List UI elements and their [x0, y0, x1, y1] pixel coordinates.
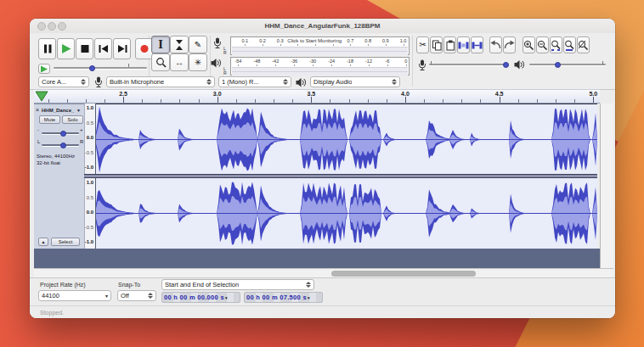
play-button[interactable] — [57, 38, 75, 59]
selection-end-field[interactable]: 00 h 00 m 07.500 s ▾ — [244, 292, 323, 303]
updown-chevrons-icon — [145, 293, 153, 299]
redo-button[interactable] — [503, 36, 516, 53]
cut-icon: ✂ — [419, 41, 426, 49]
pinned-playhead-icon[interactable] — [35, 91, 48, 102]
zoom-in-button[interactable] — [523, 36, 535, 53]
zoom-window-button[interactable] — [58, 22, 66, 31]
selection-mode-select[interactable]: Start and End of Selection — [161, 279, 314, 290]
playback-device-select[interactable]: Display Audio — [310, 76, 400, 87]
stop-button[interactable] — [76, 38, 93, 59]
play-at-speed-icon — [40, 65, 48, 73]
recording-meter[interactable]: L R 0.10.20.30.70.80.91.0Click to Start … — [223, 36, 410, 55]
mute-button[interactable]: Mute — [39, 115, 60, 124]
title-bar: HHM_Dance_AngularFunk_128BPM — [30, 19, 615, 34]
waveform-left-channel[interactable] — [96, 104, 597, 175]
project-rate-label: Project Rate (Hz) — [40, 282, 86, 288]
play-at-speed-button[interactable] — [38, 64, 50, 74]
recording-channels-select[interactable]: 1 (Mono) R... — [218, 76, 291, 87]
slider-groove — [54, 67, 147, 69]
skip-start-icon — [98, 43, 110, 54]
paste-icon — [445, 40, 455, 51]
vertical-scrollbar[interactable] — [600, 104, 613, 268]
stop-icon — [79, 43, 91, 54]
collapse-track-button[interactable]: ▲ — [38, 238, 48, 246]
track-name[interactable]: HHM_Dance_ — [42, 108, 74, 113]
zoom-out-button[interactable] — [536, 36, 549, 53]
vertical-ruler-left-channel[interactable]: 1.00.50.0-0.5-1.0 — [84, 104, 96, 174]
multi-tool-button[interactable]: ✳ — [189, 53, 207, 71]
skip-end-icon — [116, 43, 128, 54]
envelope-tool-button[interactable] — [170, 36, 189, 53]
record-meter-mic-icon — [212, 37, 223, 49]
input-volume-slider[interactable] — [429, 59, 509, 70]
selection-tool-icon: I — [158, 40, 163, 50]
slider-tick — [602, 61, 603, 64]
envelope-tool-icon — [173, 39, 185, 51]
meter-right-label: R — [223, 51, 227, 55]
redo-icon — [504, 40, 515, 50]
playback-meter-scale[interactable]: -54-48-42-36-30-24-18-12-60 — [230, 57, 410, 76]
time-shift-tool-button[interactable]: ↔ — [170, 53, 189, 71]
playback-meter[interactable]: L R -54-48-42-36-30-24-18-12-60 — [223, 57, 410, 76]
paste-button[interactable] — [443, 36, 456, 53]
pause-icon — [42, 43, 54, 54]
silence-audio-icon — [472, 40, 483, 51]
track-bitdepth-info: 32-bit float — [37, 160, 60, 165]
track-close-button[interactable]: × — [36, 107, 39, 113]
timeline-ruler[interactable]: 2.53.03.54.04.55.0 — [34, 89, 600, 104]
time-shift-tool-icon: ↔ — [175, 59, 184, 67]
pan-slider-thumb[interactable] — [60, 143, 66, 148]
audacity-window: HHM_Dance_AngularFunk_128BPM I — [30, 19, 615, 318]
selection-start-value: 00 h 00 m 00.000 s — [164, 294, 224, 301]
trim-audio-button[interactable] — [457, 36, 470, 53]
updown-chevrons-icon — [78, 79, 86, 85]
pause-button[interactable] — [38, 38, 56, 59]
horizontal-scrollbar-thumb[interactable] — [331, 271, 476, 277]
skip-to-end-button[interactable] — [113, 38, 131, 59]
horizontal-scrollbar[interactable] — [34, 268, 613, 277]
zoom-toggle-icon — [578, 40, 589, 51]
waveform-right-channel[interactable] — [96, 178, 597, 249]
gain-slider-thumb[interactable] — [60, 131, 66, 137]
minimize-window-button[interactable] — [48, 22, 56, 31]
audio-host-select[interactable]: Core A... — [38, 76, 89, 87]
track-menu-icon[interactable]: ▼ — [76, 108, 81, 113]
slider-groove — [529, 64, 606, 65]
skip-to-start-button[interactable] — [94, 38, 112, 59]
slider-tick — [431, 61, 432, 64]
updown-chevrons-icon — [389, 79, 397, 85]
recording-meter-scale[interactable]: 0.10.20.30.70.80.91.0Click to Start Moni… — [230, 36, 410, 55]
close-window-button[interactable] — [37, 22, 46, 31]
solo-button[interactable]: Solo — [62, 115, 83, 124]
zoom-in-icon — [523, 40, 534, 51]
record-button[interactable] — [135, 38, 153, 59]
select-track-button[interactable]: Select — [51, 238, 80, 246]
snap-to-select[interactable]: Off — [117, 290, 156, 301]
output-volume-speaker-icon — [514, 59, 525, 70]
input-volume-thumb[interactable] — [503, 62, 509, 68]
playback-meter-speaker-icon — [211, 58, 222, 69]
zoom-toggle-button[interactable] — [577, 36, 590, 53]
undo-button[interactable] — [489, 36, 502, 53]
fit-project-button[interactable] — [563, 36, 576, 53]
desktop: { "window_title": "HHM_Dance_AngularFunk… — [0, 0, 644, 347]
silence-audio-button[interactable] — [471, 36, 483, 53]
zoom-tool-button[interactable] — [151, 53, 170, 71]
output-volume-thumb[interactable] — [555, 62, 561, 68]
pan-slider[interactable] — [42, 141, 79, 149]
dropdown-arrow-icon: ▾ — [103, 293, 108, 299]
fit-selection-button[interactable] — [550, 36, 562, 53]
cut-button[interactable]: ✂ — [416, 36, 429, 53]
gain-slider[interactable] — [42, 129, 79, 137]
draw-tool-button[interactable]: ✎ — [189, 36, 207, 53]
play-speed-slider[interactable] — [54, 63, 147, 73]
play-speed-slider-thumb[interactable] — [89, 65, 95, 71]
recording-device-select[interactable]: Built-in Microphone — [106, 76, 215, 87]
output-volume-slider[interactable] — [529, 59, 606, 70]
recording-channels-value: 1 (Mono) R... — [222, 78, 259, 86]
vertical-ruler-right-channel[interactable]: 1.00.50.0-0.5-1.0 — [84, 178, 96, 249]
selection-tool-button[interactable]: I — [151, 36, 170, 53]
project-rate-select[interactable]: 44100 ▾ — [38, 290, 111, 301]
copy-button[interactable] — [430, 36, 443, 53]
selection-start-field[interactable]: 00 h 00 m 00.000 s ▾ — [161, 292, 240, 303]
